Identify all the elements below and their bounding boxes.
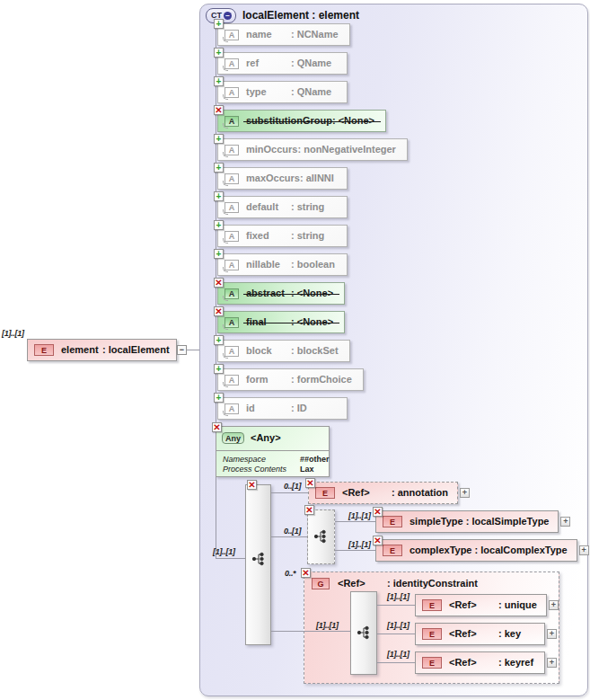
any-wildcard-box[interactable]: ✕ Any <Any> Namespace ##other Process Co…	[216, 426, 330, 477]
element-badge: E	[383, 545, 402, 556]
identity-item-cardinality-label: [1]..[1]	[387, 650, 409, 659]
attribute-type: : ID	[291, 403, 307, 414]
collapse-icon[interactable]: −	[224, 12, 232, 20]
identity-item-box[interactable]: E <Ref> : unique	[415, 594, 547, 616]
simpletype-box[interactable]: E simpleType : localSimpleType	[375, 510, 559, 533]
element-badge: E	[422, 599, 442, 611]
collapse-toggle[interactable]: −	[177, 345, 187, 355]
choice-cardinality-label: 0..[1]	[284, 527, 301, 536]
simpletype-cardinality-label: [1]..[1]	[348, 511, 371, 520]
attribute-name: id	[246, 403, 291, 414]
remove-icon[interactable]: ✕	[373, 507, 383, 517]
attribute-box[interactable]: + A id : ID	[217, 397, 348, 420]
add-icon[interactable]: +	[214, 393, 224, 403]
annotation-branch: ✕ E <Ref> : annotation +	[308, 482, 470, 504]
identity-item-name: <Ref>	[449, 599, 498, 611]
add-icon[interactable]: +	[214, 220, 224, 230]
choice-icon	[357, 625, 371, 640]
identityconstraint-ref-type: : identityConstraint	[387, 578, 478, 589]
attribute-badge: A	[225, 231, 239, 242]
connector-line	[216, 558, 245, 559]
remove-icon[interactable]: ✕	[304, 505, 314, 515]
attribute-box[interactable]: + A maxOccurs : allNNI	[217, 167, 348, 190]
attribute-box[interactable]: ✕ A substitutionGroup : <None>	[217, 110, 386, 132]
identityconstraint-ref-name: <Ref>	[338, 578, 387, 589]
attribute-box[interactable]: + A form : formChoice	[217, 368, 364, 391]
add-icon[interactable]: +	[214, 134, 224, 144]
remove-icon[interactable]: ✕	[373, 536, 383, 545]
add-icon[interactable]: +	[214, 163, 224, 173]
simpletype-branch: ✕ E simpleType : localSimpleType +	[375, 510, 570, 533]
remove-icon[interactable]: ✕	[214, 306, 224, 316]
expand-icon[interactable]: +	[560, 517, 570, 527]
annotation-ref-box[interactable]: E <Ref> : annotation	[308, 482, 458, 504]
attribute-badge: A	[225, 317, 239, 328]
any-namespace-label: Namespace	[223, 455, 266, 465]
add-icon[interactable]: +	[214, 249, 224, 259]
connector-line	[335, 550, 375, 551]
attribute-box[interactable]: + A type : QName	[217, 81, 348, 103]
attribute-box[interactable]: + A name : NCName	[217, 23, 350, 46]
attribute-badge: A	[225, 288, 239, 299]
attribute-box[interactable]: ✕ A abstract : <None>	[217, 282, 345, 305]
xsd-diagram-canvas: [1]..[1] E element : localElement − CT −…	[0, 0, 590, 700]
attribute-badge: A	[225, 202, 239, 213]
attribute-name: default	[246, 201, 291, 213]
remove-icon[interactable]: ✕	[305, 478, 315, 488]
identity-item-branch: E <Ref> : unique +	[415, 594, 559, 616]
complextype-branch: ✕ E complexType : localComplexType +	[375, 539, 589, 562]
attribute-box[interactable]: + A default : string	[217, 196, 348, 218]
attribute-badge: A	[225, 87, 239, 98]
identity-item-name: <Ref>	[449, 657, 498, 669]
page-title: localElement : element	[242, 9, 359, 22]
attribute-name: form	[246, 374, 291, 385]
expand-icon[interactable]: +	[547, 629, 557, 639]
attribute-box[interactable]: ✕ A final : <None>	[217, 311, 345, 333]
expand-icon[interactable]: +	[460, 488, 470, 498]
attribute-type: : <None>	[291, 316, 333, 328]
attribute-type: : string	[291, 201, 324, 213]
attribute-name: name	[246, 29, 291, 40]
add-icon[interactable]: +	[214, 48, 224, 58]
identity-item-box[interactable]: E <Ref> : keyref	[415, 651, 545, 674]
remove-icon[interactable]: ✕	[214, 278, 224, 288]
expand-icon[interactable]: +	[547, 658, 557, 668]
connector-line	[271, 536, 307, 537]
group-badge: G	[312, 578, 330, 589]
element-cardinality-label: [1]..[1]	[2, 329, 24, 338]
attribute-name: ref	[246, 58, 291, 69]
attribute-box[interactable]: + A fixed : string	[217, 225, 348, 247]
expand-icon[interactable]: +	[549, 600, 559, 610]
identity-item-type: : unique	[498, 599, 537, 611]
attribute-box[interactable]: + A ref : QName	[217, 52, 348, 75]
annotation-ref-type: : annotation	[392, 487, 448, 499]
add-icon[interactable]: +	[214, 76, 224, 86]
inner-choice-cardinality-label: [1]..[1]	[316, 621, 339, 630]
element-box[interactable]: E element : localElement	[27, 339, 177, 361]
attribute-box[interactable]: + A minOccurs : nonNegativeInteger	[217, 138, 408, 161]
identity-item-box[interactable]: E <Ref> : key	[415, 623, 545, 645]
remove-icon[interactable]: ✕	[214, 105, 224, 115]
identity-item-type: : key	[498, 628, 521, 640]
attribute-name: block	[246, 345, 291, 357]
trunk-line	[216, 22, 216, 559]
add-icon[interactable]: +	[214, 191, 224, 201]
remove-icon[interactable]: ✕	[301, 568, 311, 578]
add-icon[interactable]: +	[214, 19, 224, 29]
add-icon[interactable]: +	[214, 335, 224, 345]
attribute-box[interactable]: + A block : blockSet	[217, 340, 350, 362]
attribute-name: minOccurs	[246, 144, 297, 155]
complextype-header: CT − localElement : element	[206, 8, 359, 23]
attribute-badge: A	[225, 403, 239, 414]
complextype-box[interactable]: E complexType : localComplexType	[375, 539, 577, 562]
identityconstraint-cardinality-label: 0..*	[285, 569, 295, 578]
attribute-box[interactable]: + A nillable : boolean	[217, 253, 348, 276]
attribute-type: : QName	[291, 86, 331, 98]
attribute-name: maxOccurs	[246, 173, 300, 184]
remove-icon[interactable]: ✕	[247, 480, 257, 490]
add-icon[interactable]: +	[214, 364, 224, 374]
identity-item-name: <Ref>	[449, 628, 498, 640]
expand-icon[interactable]: +	[579, 545, 589, 555]
remove-icon[interactable]: ✕	[212, 422, 222, 432]
element-badge: E	[383, 516, 402, 527]
